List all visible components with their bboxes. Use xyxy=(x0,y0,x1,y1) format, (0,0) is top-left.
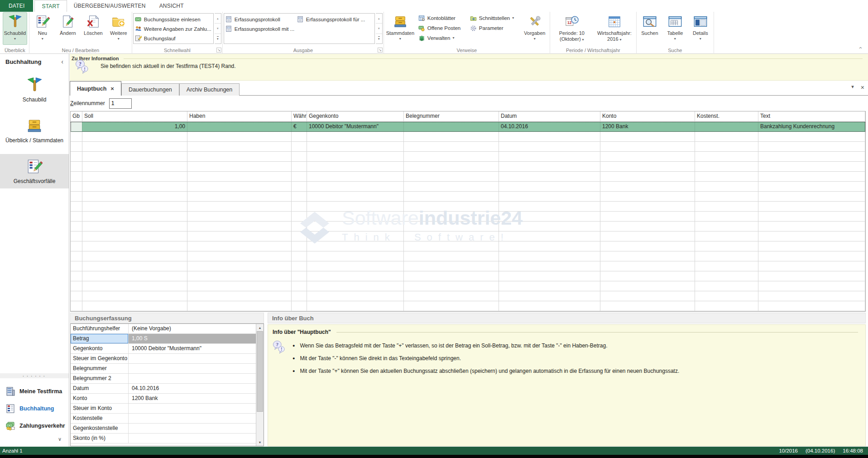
table-row[interactable] xyxy=(71,222,865,231)
tabelle-button[interactable]: Tabelle ▾ xyxy=(663,12,687,45)
property-row[interactable]: Steuer im Gegenkonto xyxy=(71,354,256,364)
dialog-launcher-icon[interactable]: ↘ xyxy=(378,48,383,53)
table-row[interactable] xyxy=(71,301,865,311)
schaubild-button[interactable]: Schaubild ▾ xyxy=(3,12,27,45)
table-row[interactable] xyxy=(71,231,865,241)
kontoblaetter-button[interactable]: Kontoblätter xyxy=(417,14,467,23)
schnittstellen-button[interactable]: Schnittstellen ▾ xyxy=(468,14,520,23)
scroll-up-icon[interactable]: ▲ xyxy=(256,324,264,331)
scroll-down-icon[interactable]: ▼ xyxy=(256,439,264,446)
sidebar-item-geschaeftsvorfaelle[interactable]: Geschäftsvorfälle xyxy=(0,154,69,188)
column-header[interactable]: Gegenkonto xyxy=(307,111,404,122)
periode-button[interactable]: 12 Periode: 10 (Oktober)▾ xyxy=(551,12,593,45)
table-row[interactable] xyxy=(71,241,865,251)
property-row[interactable]: Konto1200 Bank xyxy=(71,394,256,404)
gallery-more-icon[interactable]: ▾ xyxy=(376,34,382,43)
property-value[interactable] xyxy=(129,404,256,413)
property-row[interactable]: Gegenkonto10000 Debitor "Mustermann" xyxy=(71,344,256,354)
property-value[interactable]: 04.10.2016 xyxy=(129,384,256,393)
table-row[interactable] xyxy=(71,172,865,182)
neu-button[interactable]: Neu ▾ xyxy=(30,12,55,45)
details-button[interactable]: Details ▾ xyxy=(688,12,713,45)
scroll-up-icon[interactable]: ▴ xyxy=(215,14,221,24)
column-header[interactable]: Haben xyxy=(187,111,292,122)
property-value[interactable] xyxy=(129,434,256,443)
property-row[interactable]: Gegenkostenstelle xyxy=(71,424,256,434)
collapse-ribbon-icon[interactable]: › xyxy=(856,47,863,48)
property-row[interactable]: Steuer im Konto xyxy=(71,404,256,414)
close-pane-icon[interactable]: × xyxy=(861,84,864,91)
booking-row-selected[interactable]: 1,00€10000 Debitor "Mustermann"04.10.201… xyxy=(71,122,865,132)
close-tab-icon[interactable]: × xyxy=(110,86,114,92)
offene-posten-button[interactable]: Offene Posten xyxy=(417,24,467,33)
property-row[interactable]: Skonto (in %) xyxy=(71,434,256,444)
sidebar-item-meine-testfirma[interactable]: Meine Testfirma xyxy=(0,383,69,400)
table-row[interactable] xyxy=(71,251,865,261)
tab-hauptbuch[interactable]: Hauptbuch × xyxy=(70,81,121,96)
table-row[interactable] xyxy=(71,142,865,152)
table-row[interactable] xyxy=(71,202,865,212)
table-row[interactable] xyxy=(71,192,865,202)
scroll-down-icon[interactable]: ▾ xyxy=(376,24,382,34)
tab-uebergeben-auswerten[interactable]: ÜBERGEBEN/AUSWERTEN xyxy=(67,0,153,12)
column-header[interactable]: Währ. xyxy=(292,111,307,122)
zeilennummer-input[interactable] xyxy=(109,98,132,109)
tab-archiv-buchungen[interactable]: Archiv Buchungen xyxy=(179,83,240,96)
loeschen-button[interactable]: Löschen xyxy=(81,12,106,45)
sidebar-item-schaubild[interactable]: Schaubild xyxy=(0,72,69,107)
erfassungsprotokoll-item[interactable]: Erfassungsprotokoll xyxy=(225,14,297,24)
table-row[interactable] xyxy=(71,212,865,222)
table-row[interactable] xyxy=(71,152,865,162)
table-row[interactable] xyxy=(71,291,865,301)
property-row[interactable]: Belegnummer 2 xyxy=(71,374,256,384)
column-header[interactable]: Kostenst. xyxy=(695,111,758,122)
property-row[interactable]: Kostenstelle xyxy=(71,414,256,424)
sidebar-item-ueberblick-stammdaten[interactable]: Überblick / Stammdaten xyxy=(0,113,69,148)
tab-list-dropdown-icon[interactable]: ▾ xyxy=(851,84,854,91)
property-value[interactable]: 1200 Bank xyxy=(129,394,256,403)
property-value[interactable]: (Keine Vorgabe) xyxy=(129,324,256,333)
property-value[interactable] xyxy=(129,424,256,433)
tab-datei[interactable]: DATEI xyxy=(0,0,33,12)
table-row[interactable] xyxy=(71,281,865,291)
column-header[interactable]: Gb xyxy=(71,111,82,122)
buchungssaetze-einlesen-item[interactable]: Buchungssätze einlesen xyxy=(135,14,212,24)
sidebar-item-zahlungsverkehr[interactable]: Zahlungsverkehr xyxy=(0,417,69,434)
property-value[interactable] xyxy=(129,374,256,383)
table-row[interactable] xyxy=(71,132,865,142)
gallery-more-icon[interactable]: ▾ xyxy=(215,34,221,43)
aendern-button[interactable]: Ändern xyxy=(56,12,80,45)
column-header[interactable]: Konto xyxy=(600,111,695,122)
property-value[interactable] xyxy=(129,364,256,373)
column-header[interactable]: Text xyxy=(758,111,865,122)
weitere-angaben-zahlung-item[interactable]: Weitere Angaben zur Zahlu... xyxy=(135,24,212,34)
suchen-button[interactable]: Suchen xyxy=(638,12,662,45)
sidebar-collapse-icon[interactable]: ‹ xyxy=(59,58,65,65)
column-header[interactable]: Soll xyxy=(82,111,187,122)
column-header[interactable]: Belegnummer xyxy=(404,111,499,122)
dialog-launcher-icon[interactable]: ↘ xyxy=(216,48,221,53)
scrollbar-thumb[interactable] xyxy=(257,331,263,412)
wirtschaftsjahr-button[interactable]: Wirtschaftsjahr: 2016▾ xyxy=(594,12,635,45)
property-row[interactable]: Betrag1,00 S xyxy=(71,334,256,344)
table-row[interactable] xyxy=(71,271,865,281)
tab-start[interactable]: START xyxy=(34,0,67,12)
property-value[interactable] xyxy=(129,354,256,363)
erfassungsprotokoll-mit-item[interactable]: Erfassungsprotokoll mit ... xyxy=(225,24,297,34)
vorgaben-button[interactable]: Vorgaben ▾ xyxy=(521,12,549,45)
tab-dauerbuchungen[interactable]: Dauerbuchungen xyxy=(121,83,179,96)
property-value[interactable]: 10000 Debitor "Mustermann" xyxy=(129,344,256,353)
sidebar-item-buchhaltung[interactable]: Buchhaltung xyxy=(0,400,69,417)
buchungslauf-item[interactable]: Buchungslauf xyxy=(135,34,212,43)
table-row[interactable] xyxy=(71,162,865,172)
column-header[interactable]: Datum xyxy=(499,111,600,122)
property-grid-scrollbar[interactable]: ▲ ▼ xyxy=(256,324,264,446)
scroll-up-icon[interactable]: ▴ xyxy=(376,14,382,24)
property-row[interactable]: Buchführungshelfer(Keine Vorgabe) xyxy=(71,324,256,334)
scroll-down-icon[interactable]: ▾ xyxy=(215,24,221,34)
sidebar-more-chevron-icon[interactable]: ∨ xyxy=(0,434,69,446)
tab-ansicht[interactable]: ANSICHT xyxy=(153,0,191,12)
property-value[interactable] xyxy=(129,414,256,423)
property-row[interactable]: Belegnummer xyxy=(71,364,256,374)
sidebar-splitter[interactable]: ▪ ▪ ▪ ▪ ▪ ▪ xyxy=(0,373,69,378)
